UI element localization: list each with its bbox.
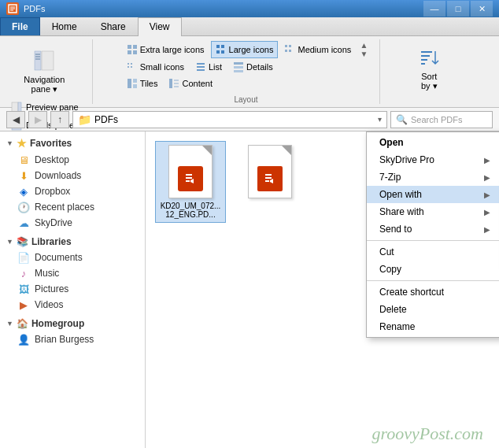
ctx-delete[interactable]: Delete bbox=[367, 301, 499, 318]
search-placeholder: Search PDFs bbox=[411, 115, 462, 124]
user-label: Brian Burgess bbox=[35, 334, 94, 345]
app-icon bbox=[6, 2, 19, 15]
sidebar-item-music[interactable]: ♪ Music bbox=[0, 265, 145, 281]
libraries-header[interactable]: ▼ 📚 Libraries bbox=[0, 234, 145, 250]
file-item-2[interactable] bbox=[235, 141, 305, 205]
medium-icons-button[interactable]: Medium icons bbox=[279, 41, 356, 58]
sidebar-item-videos[interactable]: ▶ Videos bbox=[0, 297, 145, 313]
svg-rect-32 bbox=[128, 79, 131, 88]
ctx-sep-2 bbox=[367, 280, 499, 281]
layout-expand-button[interactable]: ▲▼ bbox=[357, 41, 370, 58]
sidebar-item-user[interactable]: 👤 Brian Burgess bbox=[0, 331, 145, 347]
favorites-star-icon: ★ bbox=[17, 137, 27, 150]
tab-file[interactable]: File bbox=[0, 17, 40, 35]
navigation-pane-button[interactable]: Navigation pane ▾ bbox=[17, 44, 72, 98]
large-icons-button[interactable]: Large icons bbox=[211, 41, 279, 58]
back-button[interactable]: ◀ bbox=[6, 111, 25, 128]
homegroup-chevron: ▼ bbox=[6, 320, 13, 328]
tab-share[interactable]: Share bbox=[89, 17, 138, 35]
homegroup-header[interactable]: ▼ 🏠 Homegroup bbox=[0, 316, 145, 331]
ctx-open-with-label: Open with bbox=[379, 189, 422, 200]
svg-rect-11 bbox=[133, 45, 137, 49]
favorites-section: ▼ ★ Favorites 🖥 Desktop ⬇ Downloads ◈ Dr… bbox=[0, 135, 145, 231]
desktop-label: Desktop bbox=[35, 154, 69, 165]
downloads-label: Downloads bbox=[35, 170, 81, 181]
ribbon: File Home Share View bbox=[0, 17, 499, 108]
address-arrow: ▾ bbox=[378, 115, 382, 124]
address-path: PDFs bbox=[94, 114, 118, 125]
svg-rect-19 bbox=[289, 45, 291, 47]
svg-rect-29 bbox=[234, 62, 243, 65]
ribbon-group-layout: Extra large icons Large icons Medium ico… bbox=[122, 39, 381, 104]
search-box[interactable]: 🔍 Search PDFs bbox=[390, 111, 493, 128]
sidebar-item-dropbox[interactable]: ◈ Dropbox bbox=[0, 183, 145, 199]
svg-rect-33 bbox=[133, 79, 137, 83]
list-button[interactable]: List bbox=[190, 59, 227, 75]
file-page-2 bbox=[248, 145, 292, 198]
file-page-1 bbox=[168, 145, 213, 198]
svg-rect-10 bbox=[128, 45, 131, 49]
sidebar-item-downloads[interactable]: ⬇ Downloads bbox=[0, 168, 145, 183]
close-button[interactable]: ✕ bbox=[471, 1, 493, 17]
ctx-open[interactable]: Open bbox=[367, 134, 499, 151]
svg-rect-12 bbox=[128, 50, 131, 54]
sidebar-item-desktop[interactable]: 🖥 Desktop bbox=[0, 152, 145, 168]
extra-large-icons-button[interactable]: Extra large icons bbox=[122, 41, 209, 58]
libraries-icon: 📚 bbox=[17, 236, 28, 247]
small-icons-button[interactable]: Small icons bbox=[122, 59, 189, 75]
sidebar-item-pictures[interactable]: 🖼 Pictures bbox=[0, 281, 145, 297]
ctx-open-with[interactable]: Open with ▶ bbox=[367, 186, 499, 203]
title-bar: PDFs — □ ✕ bbox=[0, 0, 499, 17]
content-button[interactable]: Content bbox=[164, 76, 217, 91]
ctx-cut[interactable]: Cut bbox=[367, 243, 499, 261]
svg-rect-24 bbox=[128, 66, 129, 68]
ctx-copy[interactable]: Copy bbox=[367, 261, 499, 278]
sidebar-item-documents[interactable]: 📄 Documents bbox=[0, 250, 145, 265]
favorites-header[interactable]: ▼ ★ Favorites bbox=[0, 135, 145, 152]
ctx-skydrive-pro-label: SkyDrive Pro bbox=[379, 154, 434, 165]
sidebar-item-skydrive[interactable]: ☁ SkyDrive bbox=[0, 215, 145, 231]
ctx-send-to-label: Send to bbox=[379, 224, 412, 235]
minimize-button[interactable]: — bbox=[423, 1, 445, 17]
ctx-7zip[interactable]: 7-Zip ▶ bbox=[367, 168, 499, 186]
ctx-skydrive-pro[interactable]: SkyDrive Pro ▶ bbox=[367, 151, 499, 168]
sidebar-item-recent[interactable]: 🕐 Recent places bbox=[0, 199, 145, 215]
ribbon-group-sort: Sort by ▾ Sort bbox=[409, 39, 458, 104]
maximize-button[interactable]: □ bbox=[447, 1, 469, 17]
user-icon: 👤 bbox=[17, 333, 30, 346]
tiles-label: Tiles bbox=[140, 79, 158, 88]
ctx-share-with[interactable]: Share with ▶ bbox=[367, 203, 499, 220]
details-button[interactable]: Details bbox=[228, 59, 278, 75]
ctx-send-to[interactable]: Send to ▶ bbox=[367, 220, 499, 238]
extra-large-icons-label: Extra large icons bbox=[140, 45, 205, 54]
svg-rect-22 bbox=[128, 63, 129, 65]
music-label: Music bbox=[35, 268, 59, 279]
skydrive-label: SkyDrive bbox=[35, 217, 72, 228]
recent-label: Recent places bbox=[35, 202, 94, 213]
pictures-icon: 🖼 bbox=[17, 283, 30, 295]
recent-icon: 🕐 bbox=[17, 201, 30, 213]
forward-button[interactable]: ▶ bbox=[28, 111, 47, 128]
tab-home[interactable]: Home bbox=[40, 17, 89, 35]
address-input[interactable]: 📁 PDFs ▾ bbox=[72, 111, 387, 128]
window-title: PDFs bbox=[24, 4, 423, 13]
sort-button[interactable]: Sort by ▾ bbox=[409, 41, 449, 95]
desktop-icon: 🖥 bbox=[17, 154, 30, 166]
tab-view[interactable]: View bbox=[138, 17, 182, 36]
file-item-1[interactable]: KD20_UM_072...12_ENG.PD... bbox=[155, 141, 226, 223]
svg-rect-14 bbox=[216, 45, 220, 48]
svg-rect-31 bbox=[234, 70, 243, 72]
content-label: Content bbox=[182, 79, 213, 88]
ctx-create-shortcut[interactable]: Create shortcut bbox=[367, 283, 499, 301]
details-label: Details bbox=[246, 62, 273, 72]
tiles-button[interactable]: Tiles bbox=[122, 76, 163, 91]
file-area: KD20_UM_072...12_ENG.PD... bbox=[146, 131, 499, 448]
ctx-rename[interactable]: Rename bbox=[367, 318, 499, 335]
libraries-label: Libraries bbox=[31, 236, 72, 247]
sidebar: ▼ ★ Favorites 🖥 Desktop ⬇ Downloads ◈ Dr… bbox=[0, 131, 146, 448]
folder-icon: 📁 bbox=[78, 113, 91, 126]
nav-pane-sublabel: pane ▾ bbox=[31, 84, 58, 94]
nav-pane-label: Navigation bbox=[24, 75, 65, 84]
ctx-open-with-arrow: ▶ bbox=[484, 191, 490, 199]
up-button[interactable]: ↑ bbox=[50, 111, 69, 128]
